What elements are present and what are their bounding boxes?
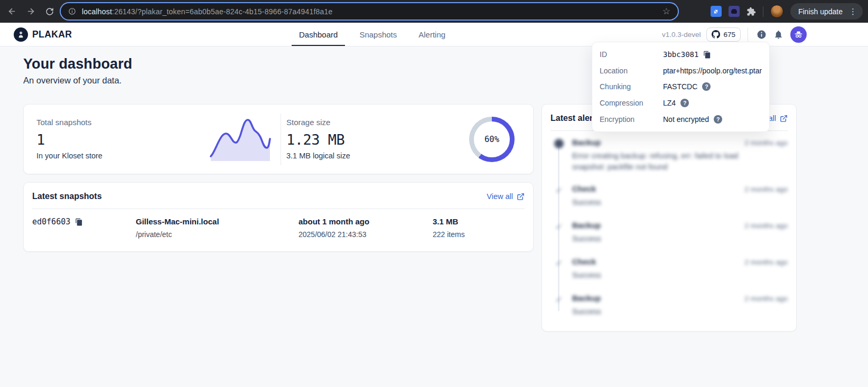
alert-item[interactable]: ✓ Check Success 2 months ago [550,257,788,294]
alert-message: Success [572,306,744,317]
copy-icon[interactable] [703,51,711,59]
storage-size-sub: 3.1 MB logical size [286,152,350,160]
alert-check-icon: ✓ [554,258,564,268]
incognito-avatar-icon [794,30,804,40]
version-label: v1.0.3-devel [662,31,701,39]
browser-actions: Finish update ⋮ [711,0,863,23]
extension-dark-icon[interactable] [729,6,740,17]
popover-row-id: ID 3bbc3081 [600,46,762,63]
stats-card: Total snapshots 1 In your Kloset store S… [23,104,534,174]
alert-type: Backup [572,221,744,230]
alert-time: 2 months ago [744,184,788,193]
snapshots-sparkline-chart [210,115,271,161]
tab-alerting[interactable]: Alerting [411,23,453,46]
bell-icon [773,30,783,40]
url-path: :26143/?plakar_token=6ab0b5ae-824c-4b15-… [112,7,332,16]
brand-name: PLAKAR [32,29,72,40]
header-divider [748,27,748,41]
url-host: localhost [82,7,112,16]
browser-menu-icon[interactable]: ⋮ [847,7,858,15]
alert-type: Backup [572,138,744,147]
info-button[interactable] [757,30,767,40]
alert-time: 2 months ago [744,294,788,303]
alert-time: 2 months ago [744,257,788,266]
latest-alerts-card: Latest alerts View all Backup Error crea… [542,104,797,332]
alert-type: Check [572,257,744,266]
forward-icon[interactable] [21,2,40,21]
alert-check-icon: ✓ [554,295,564,304]
storage-size-value: 1.23 MB [286,131,350,148]
browser-profile-avatar[interactable] [770,5,783,18]
alert-type: Backup [572,294,744,303]
notifications-button[interactable] [773,30,783,40]
browser-toolbar: localhost:26143/?plakar_token=6ab0b5ae-8… [0,0,868,23]
extensions-puzzle-icon[interactable] [746,7,756,16]
snapshot-date: 2025/06/02 21:43:53 [298,230,433,239]
alert-error-icon [554,139,564,148]
alert-time: 2 months ago [744,221,788,230]
alerts-list: Backup Error creating backup: refusing, … [550,131,788,330]
alert-item[interactable]: Backup Error creating backup: refusing, … [550,138,788,184]
storage-size-label: Storage size [286,118,350,127]
alert-type: Check [572,184,744,193]
address-bar[interactable]: localhost:26143/?plakar_token=6ab0b5ae-8… [61,3,678,20]
total-snapshots-sub: In your Kloset store [36,152,102,160]
help-icon[interactable]: ? [680,99,689,107]
plakar-logo-icon [14,27,28,42]
popover-row-compression: Compression LZ4? [600,95,762,111]
page-subtitle: An overview of your data. [23,75,122,86]
snapshot-host: Gilless-Mac-mini.local [136,217,298,226]
total-snapshots-stat: Total snapshots 1 In your Kloset store [36,118,102,160]
user-avatar-button[interactable] [790,26,807,43]
alert-time: 2 months ago [744,138,788,147]
snapshots-view-all-link[interactable]: View all [487,192,525,201]
alert-check-icon: ✓ [554,185,564,195]
alert-message: Error creating backup: refusing, err: fa… [572,150,744,173]
alert-check-icon: ✓ [554,222,564,231]
toolbar-divider [763,6,763,17]
github-icon [712,30,720,39]
site-info-icon[interactable] [68,7,76,15]
storage-size-stat: Storage size 1.23 MB 3.1 MB logical size [286,118,350,160]
alert-message: Success [572,270,744,281]
tab-snapshots[interactable]: Snapshots [352,23,404,46]
popover-row-location: Location ptar+https://poolp.org/test.pta… [600,63,762,79]
alert-item[interactable]: ✓ Check Success 2 months ago [550,184,788,221]
stats-divider [281,114,281,165]
snapshot-id: ed0f6603 [32,217,136,226]
repository-info-popover: ID 3bbc3081 Location ptar+https://poolp.… [592,42,770,132]
reload-icon[interactable] [40,2,59,21]
finish-update-label: Finish update [798,7,843,16]
help-icon[interactable]: ? [702,82,711,91]
total-snapshots-label: Total snapshots [36,118,102,127]
main-nav: Dashboard Snapshots Alerting [292,23,453,46]
snapshot-size: 3.1 MB [433,217,525,226]
extension-resize-icon[interactable] [711,6,722,17]
latest-snapshots-card: Latest snapshots View all ed0f6603 Gille… [23,182,534,252]
external-link-icon [780,115,788,122]
tab-dashboard[interactable]: Dashboard [292,23,345,46]
snapshot-path: /private/etc [136,230,298,239]
brand[interactable]: PLAKAR [14,23,72,46]
snapshot-row[interactable]: ed0f6603 Gilless-Mac-mini.local /private… [32,209,525,239]
total-snapshots-value: 1 [36,131,102,148]
finish-update-button[interactable]: Finish update ⋮ [790,3,863,20]
storage-usage-donut: 60% [469,117,515,162]
snapshot-items: 222 items [433,230,525,239]
alert-item[interactable]: ✓ Backup Success 2 months ago [550,294,788,330]
help-icon[interactable]: ? [714,115,722,124]
alert-item[interactable]: ✓ Backup Success 2 months ago [550,221,788,257]
copy-icon[interactable] [75,218,83,226]
info-icon [757,30,767,40]
url-text: localhost:26143/?plakar_token=6ab0b5ae-8… [82,7,332,16]
back-icon[interactable] [2,2,21,21]
external-link-icon [517,193,525,201]
storage-usage-percent: 60% [474,121,510,157]
bookmark-star-icon[interactable]: ☆ [662,7,670,16]
popover-row-encryption: Encryption Not encrypted? [600,111,762,127]
github-stars-count: 675 [723,31,735,39]
latest-snapshots-title: Latest snapshots [32,192,102,201]
github-stars-button[interactable]: 675 [706,27,741,42]
page-title: Your dashboard [23,56,132,72]
alert-message: Success [572,233,744,244]
